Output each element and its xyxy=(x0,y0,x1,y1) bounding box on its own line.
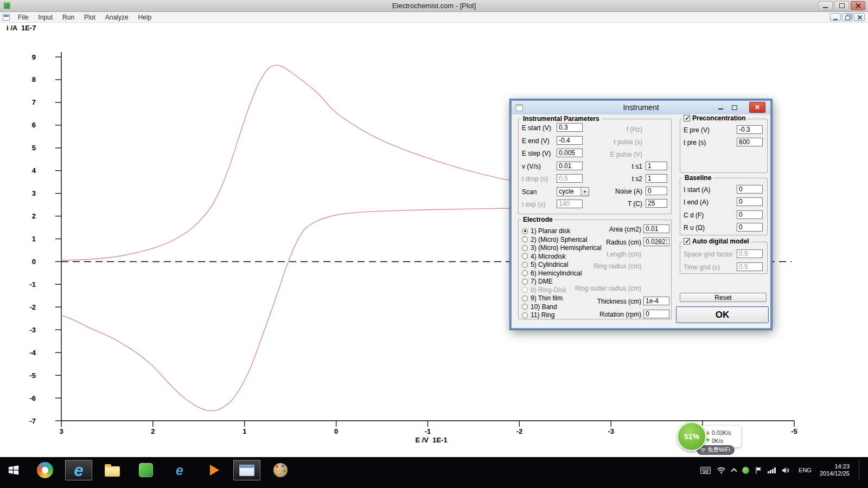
green-office-app-taskbar-button[interactable] xyxy=(132,460,159,480)
wifi-speed-widget[interactable]: 0.03K/s 0K/s 免费WiFi 51% xyxy=(677,422,764,458)
acceleration-ball[interactable]: 51% xyxy=(677,422,706,451)
chevron-up-icon xyxy=(731,468,737,474)
keyboard-icon[interactable] xyxy=(700,467,711,474)
i-start-a-input[interactable] xyxy=(737,185,763,194)
electrode-option-6[interactable]: 6) Hemicylindrical xyxy=(522,269,582,277)
ie-secondary-taskbar-button[interactable] xyxy=(166,460,193,480)
reset-button[interactable]: Reset xyxy=(680,293,767,302)
taskbar: ENG 14:23 2014/12/25 xyxy=(0,457,868,488)
plot-window-icon xyxy=(3,14,10,21)
rotation-rpm-input[interactable] xyxy=(643,310,669,318)
e-pre-v-label: E pre (V) xyxy=(684,126,710,134)
free-wifi-label[interactable]: 免费WiFi xyxy=(697,445,735,455)
space-grid-factor-input[interactable] xyxy=(737,249,763,258)
e-end-v-input[interactable] xyxy=(557,136,583,145)
rotation-rpm-label: Rotation (rpm) xyxy=(562,311,641,318)
y-tick-label: -4 xyxy=(29,349,36,357)
folder-icon xyxy=(105,466,120,477)
dropdown-arrow-icon[interactable] xyxy=(580,188,589,196)
dialog-titlebar[interactable]: Instrument xyxy=(512,101,770,114)
electrode-option-8[interactable]: 8) Ring-Disk xyxy=(522,286,566,294)
r-u-input[interactable] xyxy=(737,223,763,232)
y-tick-label: -6 xyxy=(29,394,36,402)
file-explorer-taskbar-button[interactable] xyxy=(99,460,126,480)
clock[interactable]: 14:23 2014/12/25 xyxy=(820,463,850,477)
window-minimize-button[interactable] xyxy=(818,1,833,10)
electrode-option-5[interactable]: 5) Cylindrical xyxy=(522,261,568,268)
t-c-input[interactable] xyxy=(646,199,667,208)
radio-icon xyxy=(522,312,528,318)
e-start-v-input[interactable] xyxy=(557,123,583,132)
child-minimize-button[interactable] xyxy=(830,13,841,21)
browser-360-taskbar-button[interactable] xyxy=(31,460,59,480)
scan-select[interactable]: cycle xyxy=(557,187,589,196)
t-exp-s-input[interactable] xyxy=(557,200,583,208)
noise-a-input[interactable] xyxy=(646,187,667,195)
window-titlebar[interactable]: Electrochemist.com - [Plot] xyxy=(0,0,868,12)
electrochemist-taskbar-button[interactable] xyxy=(233,460,260,480)
electrode-option-3[interactable]: 3) (Micro) Hemispherical xyxy=(522,244,602,252)
media-player-taskbar-button[interactable] xyxy=(200,460,227,480)
x-tick-label: -1 xyxy=(425,427,431,435)
electrode-option-10[interactable]: 10) Band xyxy=(522,303,557,311)
menu-analyze[interactable]: Analyze xyxy=(100,12,133,22)
antivirus-icon[interactable] xyxy=(742,467,749,474)
electrode-option-9[interactable]: 9) Thin film xyxy=(522,294,563,302)
wifi-icon[interactable] xyxy=(717,467,726,474)
t-drop-s-input[interactable] xyxy=(557,174,583,183)
time-grid-s-input[interactable] xyxy=(737,262,763,271)
x-tick-label: -2 xyxy=(516,427,523,435)
dialog-close-button[interactable] xyxy=(749,102,765,113)
electrode-option-2[interactable]: 2) (Micro) Spherical xyxy=(522,236,588,243)
show-desktop-button[interactable] xyxy=(859,460,863,480)
electrode-option-7[interactable]: 7) DME xyxy=(522,278,553,285)
action-center-flag-icon[interactable] xyxy=(755,467,762,474)
y-axis-title: i /A 1E-7 xyxy=(7,24,36,32)
preconcentration-checkbox[interactable] xyxy=(684,115,690,121)
show-hidden-icons-chevron[interactable] xyxy=(732,467,736,473)
x-tick-label: 1 xyxy=(242,427,246,435)
free-wifi-text: 免费WiFi xyxy=(707,446,730,454)
y-tick-label: -2 xyxy=(29,303,36,311)
child-restore-button[interactable] xyxy=(842,13,853,21)
dialog-minimize-button[interactable] xyxy=(716,104,725,111)
v-v-s-input[interactable] xyxy=(557,162,583,170)
t-s1-input[interactable] xyxy=(646,162,667,170)
e-pre-v-input[interactable] xyxy=(737,125,763,134)
e-step-v-input[interactable] xyxy=(557,149,583,157)
area-cm2-input[interactable] xyxy=(643,224,669,233)
volume-icon[interactable] xyxy=(782,467,790,474)
auto-digital-model-checkbox[interactable] xyxy=(684,238,690,245)
menu-help[interactable]: Help xyxy=(133,12,156,22)
thickness-cm-input[interactable] xyxy=(643,297,669,305)
child-close-button[interactable] xyxy=(854,13,865,21)
preconcentration-title: Preconcentration xyxy=(692,114,746,122)
window-maximize-button[interactable] xyxy=(834,1,849,10)
dialog-maximize-button[interactable] xyxy=(730,104,739,111)
start-button[interactable] xyxy=(2,460,25,480)
r-u-label: R u (Ω) xyxy=(684,224,705,232)
electrode-option-11[interactable]: 11) Ring xyxy=(522,311,554,319)
menu-run[interactable]: Run xyxy=(58,12,79,22)
ok-button[interactable]: OK xyxy=(676,306,769,323)
x-axis-title: E /V 1E-1 xyxy=(399,436,464,444)
language-indicator[interactable]: ENG xyxy=(796,466,814,474)
t-pre-s-input[interactable] xyxy=(737,138,763,146)
radio-icon xyxy=(522,270,528,276)
c-d-f-input[interactable] xyxy=(737,210,763,219)
space-grid-factor-label: Space grid factor xyxy=(684,251,733,258)
t-s2-input[interactable] xyxy=(646,174,667,183)
length-cm-label: Length (cm) xyxy=(562,251,641,258)
electrode-option-4[interactable]: 4) Microdisk xyxy=(522,253,566,260)
area-cm2-label: Area (cm2) xyxy=(562,226,641,233)
i-end-a-input[interactable] xyxy=(737,197,763,206)
network-signal-icon[interactable] xyxy=(768,467,776,473)
radius-cm-input[interactable] xyxy=(643,237,669,246)
window-close-button[interactable] xyxy=(851,1,865,10)
menu-plot[interactable]: Plot xyxy=(79,12,100,22)
electrode-option-1[interactable]: 1) Planar disk xyxy=(522,227,570,235)
paint-app-taskbar-button[interactable] xyxy=(267,460,294,480)
menu-file[interactable]: File xyxy=(13,12,33,22)
menu-input[interactable]: Input xyxy=(33,12,58,22)
internet-explorer-taskbar-button[interactable] xyxy=(65,460,92,480)
